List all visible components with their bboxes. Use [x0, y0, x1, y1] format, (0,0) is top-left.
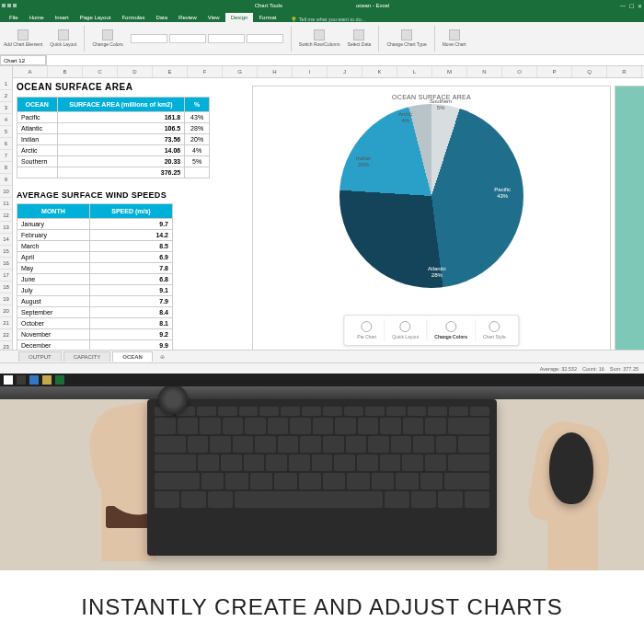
tab-view[interactable]: View — [202, 13, 225, 22]
windows-taskbar[interactable] — [0, 374, 644, 386]
col-header[interactable]: L — [397, 66, 432, 77]
row-header[interactable]: 6 — [0, 138, 12, 150]
name-box[interactable]: Chart 12 — [0, 55, 46, 65]
table-row[interactable]: April6.9 — [17, 252, 173, 263]
edge-icon[interactable] — [29, 375, 39, 385]
change-chart-type-button[interactable]: Change Chart Type — [386, 29, 426, 47]
row-header[interactable]: 3 — [0, 102, 12, 114]
sheet-tab-capacity[interactable]: CAPACITY — [63, 351, 111, 362]
col-header[interactable]: A — [13, 66, 48, 77]
row-header[interactable]: 15 — [0, 246, 12, 258]
close-icon[interactable]: ✕ — [638, 3, 642, 9]
col-header[interactable]: O — [502, 66, 537, 77]
col-header[interactable]: N — [467, 66, 502, 77]
spreadsheet-grid[interactable]: ABCDEFGHIJKLMNOPQR 123456789101112131415… — [0, 66, 644, 350]
col-header[interactable]: M — [432, 66, 467, 77]
minimize-icon[interactable]: — — [620, 3, 626, 9]
chart-style-4[interactable] — [247, 34, 283, 43]
table-row[interactable]: September8.4 — [17, 307, 173, 318]
tab-page-layout[interactable]: Page Layout — [75, 13, 117, 22]
table-row[interactable]: Arctic14.064% — [17, 145, 210, 156]
table-row[interactable]: March8.5 — [17, 241, 173, 252]
ocean-surface-table[interactable]: OCEANSURFACE AREA (millions of km2)% Pac… — [17, 97, 210, 178]
table-row[interactable]: Southern20.335% — [17, 156, 210, 167]
undo-icon[interactable] — [13, 4, 17, 7]
row-header[interactable]: 19 — [0, 293, 12, 305]
dial-pie-chart[interactable]: Pie Chart — [350, 319, 385, 341]
col-header[interactable]: B — [48, 66, 83, 77]
table-row[interactable]: October8.1 — [17, 318, 173, 329]
table-total-row[interactable]: 376.25 — [17, 167, 210, 178]
table-row[interactable]: July9.1 — [17, 285, 173, 296]
row-header[interactable]: 13 — [0, 222, 12, 234]
tab-file[interactable]: File — [4, 13, 24, 22]
dial-quick-layout[interactable]: Quick Layout — [385, 319, 427, 341]
switch-row-column-button[interactable]: Switch Row/Column — [299, 29, 340, 47]
row-header[interactable]: 4 — [0, 114, 12, 126]
col-header[interactable]: D — [118, 66, 153, 77]
formula-bar[interactable] — [46, 55, 644, 65]
row-header[interactable]: 2 — [0, 90, 12, 102]
row-header[interactable]: 14 — [0, 234, 12, 246]
save-icon[interactable] — [7, 4, 11, 7]
col-header[interactable]: J — [328, 66, 362, 77]
chart-style-1[interactable] — [131, 34, 167, 43]
table-row[interactable]: Pacific161.843% — [17, 112, 210, 123]
row-header[interactable]: 20 — [0, 305, 12, 317]
col-header[interactable]: P — [537, 66, 572, 77]
table-row[interactable]: January9.7 — [17, 219, 173, 230]
row-header[interactable]: 10 — [0, 186, 12, 198]
add-chart-element-button[interactable]: Add Chart Element — [4, 29, 42, 47]
col-header[interactable]: K — [362, 66, 397, 77]
pie-chart[interactable]: OCEAN SURFACE AREA Southern5% Arctic4% I… — [252, 86, 611, 350]
row-header[interactable]: 17 — [0, 270, 12, 282]
col-header[interactable]: G — [223, 66, 258, 77]
tab-insert[interactable]: Insert — [50, 13, 75, 22]
col-header[interactable]: H — [258, 66, 293, 77]
table-row[interactable]: August7.9 — [17, 296, 173, 307]
chart-style-2[interactable] — [169, 34, 206, 43]
row-header[interactable]: 11 — [0, 198, 12, 210]
col-header[interactable]: R — [607, 66, 642, 77]
row-header[interactable]: 21 — [0, 317, 12, 329]
row-header[interactable]: 22 — [0, 329, 12, 341]
table-row[interactable]: June6.8 — [17, 274, 173, 285]
sheet-tab-output[interactable]: OUTPUT — [18, 351, 62, 362]
tab-data[interactable]: Data — [150, 13, 173, 22]
select-data-button[interactable]: Select Data — [348, 29, 372, 47]
col-header[interactable]: F — [188, 66, 223, 77]
tab-formulas[interactable]: Formulas — [116, 13, 150, 22]
add-sheet-button[interactable]: ⊕ — [155, 353, 170, 360]
crown-dial-overlay[interactable]: Pie ChartQuick LayoutChange ColorsChart … — [343, 315, 519, 346]
row-header[interactable]: 18 — [0, 282, 12, 293]
table-row[interactable]: December9.9 — [17, 340, 173, 351]
secondary-chart-peek[interactable] — [615, 86, 644, 350]
col-header[interactable]: E — [153, 66, 188, 77]
table-row[interactable]: November9.2 — [17, 329, 173, 340]
row-header[interactable]: 8 — [0, 162, 12, 174]
row-header[interactable]: 7 — [0, 150, 12, 162]
excel-icon[interactable] — [55, 375, 64, 385]
row-header[interactable]: 5 — [0, 126, 12, 138]
table-row[interactable]: February14.2 — [17, 230, 173, 241]
tab-home[interactable]: Home — [24, 13, 50, 22]
sheet-tab-ocean[interactable]: OCEAN — [112, 351, 153, 362]
col-header[interactable]: C — [83, 66, 118, 77]
chart-style-3[interactable] — [208, 34, 245, 43]
tab-design[interactable]: Design — [225, 13, 254, 22]
row-header[interactable]: 16 — [0, 258, 12, 270]
row-header[interactable]: 23 — [0, 341, 12, 350]
change-colors-button[interactable]: Change Colors — [92, 29, 122, 47]
table-row[interactable]: May7.8 — [17, 263, 173, 274]
maximize-icon[interactable]: ☐ — [629, 3, 634, 9]
start-button[interactable] — [4, 375, 13, 385]
dial-change-colors[interactable]: Change Colors — [427, 319, 476, 341]
table-row[interactable]: Indian73.5620% — [17, 134, 210, 145]
quick-layout-button[interactable]: Quick Layout — [50, 29, 76, 47]
tab-format[interactable]: Format — [253, 13, 282, 22]
tab-review[interactable]: Review — [173, 13, 202, 22]
row-header[interactable]: 1 — [0, 78, 12, 90]
dial-chart-style[interactable]: Chart Style — [476, 319, 513, 341]
col-header[interactable]: Q — [572, 66, 607, 77]
table-row[interactable]: Atlantic106.528% — [17, 123, 210, 134]
